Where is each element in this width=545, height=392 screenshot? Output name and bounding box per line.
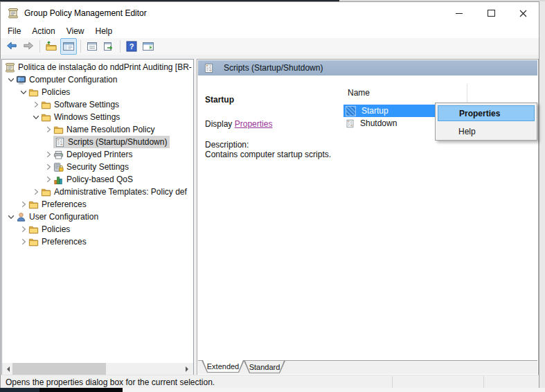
properties-window-icon [86, 40, 98, 53]
close-button[interactable] [507, 2, 539, 24]
console-tree-pane: Politica de instalação do nddPrint Audit… [1, 59, 194, 375]
tree-item-label: Software Settings [54, 100, 119, 109]
folder-icon [28, 199, 39, 210]
folder-icon [41, 100, 51, 110]
description-text: Contains computer startup scripts. [205, 150, 337, 159]
description-label: Description: [205, 140, 337, 150]
maximize-icon [488, 10, 495, 17]
tree-item-label: Computer Configuration [29, 75, 117, 84]
user-icon [16, 212, 26, 222]
list-item-shutdown[interactable]: Shutdown [343, 117, 397, 130]
chevron-right-icon[interactable] [44, 175, 53, 184]
view-tabstrip: Extended Standard [198, 360, 537, 374]
tree-item-label: Policies [42, 224, 70, 234]
help-button[interactable] [124, 39, 139, 54]
folder-icon [28, 87, 39, 98]
chevron-right-icon[interactable] [44, 162, 53, 172]
export-list-button[interactable] [101, 39, 116, 54]
tree-item-user-configuration[interactable]: User Configuration [2, 211, 193, 223]
chevron-right-icon[interactable] [31, 187, 41, 197]
chevron-down-icon[interactable] [6, 212, 16, 222]
status-separator [392, 376, 393, 388]
context-menu-label: Properties [438, 109, 500, 118]
forward-icon [22, 40, 35, 53]
tree-item-policies[interactable]: Policies [2, 86, 193, 98]
status-text: Opens the properties dialog box for the … [1, 377, 215, 387]
tree-item-label: Deployed Printers [66, 150, 132, 159]
chevron-right-icon[interactable] [19, 237, 28, 247]
minimize-icon [456, 13, 463, 14]
desktop-bottom-sliver [0, 388, 545, 392]
chevron-right-icon[interactable] [31, 100, 41, 109]
folder-icon [28, 237, 39, 247]
scroll-right-icon [186, 366, 191, 372]
chevron-right-icon[interactable] [19, 199, 28, 209]
tree-item-gpo-root[interactable]: Politica de instalação do nddPrint Audit… [2, 61, 193, 73]
menu-file[interactable]: File [3, 25, 26, 37]
tree-item-name-resolution-policy[interactable]: Name Resolution Policy [2, 123, 193, 136]
up-one-level-icon [45, 40, 57, 53]
tree-item-administrative-templates[interactable]: Administrative Templates: Policy def [2, 186, 193, 198]
chevron-right-icon[interactable] [44, 150, 53, 159]
tree-item-label: User Configuration [29, 212, 98, 222]
tree-item-label: Windows Settings [54, 112, 120, 122]
chevron-right-icon[interactable] [19, 224, 28, 234]
show-console-tree-icon [62, 40, 75, 53]
context-menu-label: Help [438, 127, 476, 136]
tree-item-label: Policy-based QoS [66, 175, 133, 184]
toolbar-separator [80, 40, 81, 53]
tree-item-user-preferences[interactable]: Preferences [2, 235, 193, 248]
tree-item-label: Policies [42, 87, 70, 97]
minimize-button[interactable] [443, 2, 475, 24]
chevron-down-icon[interactable] [19, 87, 28, 97]
show-console-tree-button[interactable] [60, 38, 77, 55]
tree-item-computer-configuration[interactable]: Computer Configuration [2, 73, 193, 86]
tree-item-deployed-printers[interactable]: Deployed Printers [2, 148, 193, 161]
tree-item-software-settings[interactable]: Software Settings [2, 98, 193, 111]
toolbar-separator [120, 40, 120, 53]
tree-item-label: Name Resolution Policy [66, 125, 154, 134]
chevron-down-icon[interactable] [31, 112, 41, 122]
gpme-window: Group Policy Management Editor File Acti… [0, 1, 539, 388]
show-action-pane-button[interactable] [141, 39, 156, 54]
up-one-level-button[interactable] [44, 39, 59, 54]
tree-item-label: Politica de instalação do nddPrint Audit… [18, 62, 192, 72]
tree-item-policy-based-qos[interactable]: Policy-based QoS [2, 173, 193, 186]
tree-item-label: Security Settings [66, 162, 129, 172]
tab-standard[interactable]: Standard [244, 361, 285, 373]
menu-action[interactable]: Action [27, 25, 60, 37]
list-item-label: Startup [361, 106, 388, 116]
horizontal-scrollbar[interactable] [2, 363, 193, 375]
folder-icon [28, 224, 39, 235]
chevron-down-icon[interactable] [6, 75, 16, 84]
tree-item-scripts-startup-shutdown[interactable]: Scripts (Startup/Shutdown) [2, 136, 193, 148]
tab-extended[interactable]: Extended [202, 360, 244, 373]
results-pane-title: Scripts (Startup/Shutdown) [224, 63, 323, 73]
scroll-left-icon [4, 366, 10, 372]
taskbar-fragment [39, 388, 123, 392]
tree-item-user-policies[interactable]: Policies [2, 223, 193, 235]
context-menu-item-help[interactable]: Help [438, 123, 535, 139]
tree-item-preferences[interactable]: Preferences [2, 198, 193, 211]
menu-help[interactable]: Help [91, 25, 118, 37]
context-menu-item-properties[interactable]: Properties [438, 105, 535, 121]
scripts-icon-selected [346, 106, 356, 116]
menu-view[interactable]: View [62, 25, 89, 37]
show-action-pane-icon [142, 40, 154, 53]
tree-item-windows-settings[interactable]: Windows Settings [2, 111, 193, 123]
chevron-right-icon[interactable] [44, 125, 53, 134]
column-header-name[interactable]: Name [348, 88, 370, 99]
scroll-right-arrow[interactable] [181, 363, 193, 375]
list-item-label: Shutdown [360, 118, 397, 128]
window-title: Group Policy Management Editor [24, 8, 147, 18]
scrollbar-thumb[interactable] [12, 363, 106, 375]
forward-button[interactable] [21, 39, 36, 54]
tree-item-security-settings[interactable]: Security Settings [2, 161, 193, 173]
title-bar: Group Policy Management Editor [1, 2, 539, 24]
properties-button[interactable] [84, 39, 100, 54]
tree-selected-highlight: Scripts (Startup/Shutdown) [53, 136, 170, 148]
maximize-button[interactable] [475, 2, 507, 24]
display-properties-link[interactable]: Properties [235, 119, 273, 129]
scripts-icon [55, 137, 65, 148]
back-button[interactable] [4, 39, 19, 54]
